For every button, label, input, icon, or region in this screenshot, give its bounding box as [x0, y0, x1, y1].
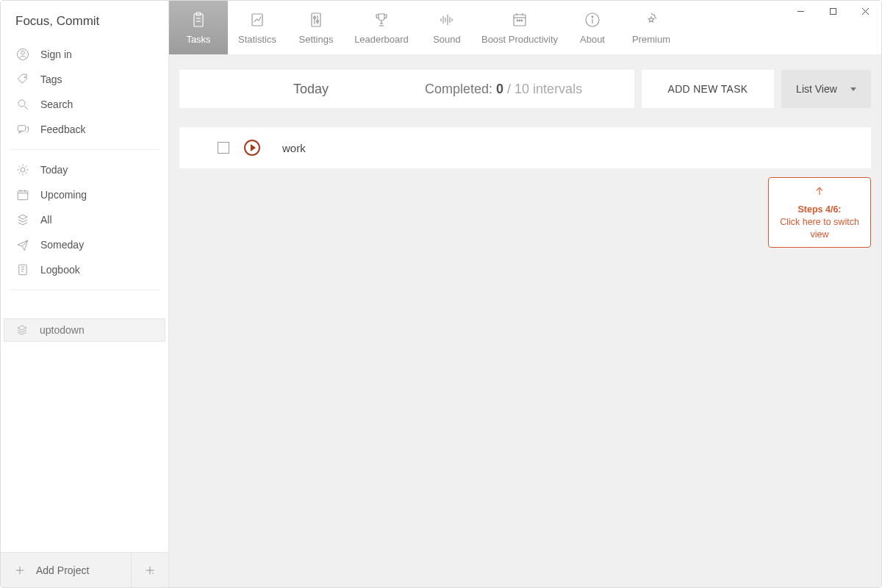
tab-label: Tasks [186, 34, 210, 45]
sidebar-item-label: Logbook [40, 264, 80, 276]
sidebar-item-upcoming[interactable]: Upcoming [1, 182, 168, 207]
sidebar-item-label: Someday [40, 239, 84, 251]
sidebar-item-signin[interactable]: Sign in [1, 42, 168, 67]
divider [10, 149, 159, 150]
sidebar-footer: Add Project [1, 552, 168, 587]
info-icon [584, 10, 601, 29]
svg-point-53 [519, 20, 520, 21]
sidebar-item-logbook[interactable]: Logbook [1, 257, 168, 282]
tab-settings[interactable]: Settings [287, 1, 345, 54]
tab-label: Settings [299, 34, 334, 45]
task-play-button[interactable] [244, 140, 260, 156]
content: Today Completed: 0 / 10 intervals ADD NE… [169, 55, 881, 587]
svg-point-6 [21, 168, 25, 172]
svg-point-1 [21, 51, 25, 54]
tab-about[interactable]: About [563, 1, 622, 54]
feedback-icon [15, 122, 30, 137]
svg-point-54 [521, 20, 523, 21]
tooltip-step: Steps 4/6: [797, 204, 841, 215]
tab-label: Leaderboard [354, 34, 409, 45]
minimize-button[interactable] [784, 1, 817, 21]
tab-statistics[interactable]: Statistics [228, 1, 287, 54]
svg-point-2 [24, 76, 26, 78]
tab-tasks[interactable]: Tasks [169, 1, 228, 54]
sidebar-item-feedback[interactable]: Feedback [1, 117, 168, 142]
tab-premium[interactable]: Premium [622, 1, 681, 54]
sidebar-item-today[interactable]: Today [1, 157, 168, 182]
sidebar-item-someday[interactable]: Someday [1, 232, 168, 257]
svg-rect-34 [312, 13, 320, 26]
tab-label: Sound [433, 34, 461, 45]
main-area: Tasks Statistics Settings Leaderboard So… [169, 1, 881, 587]
paperplane-icon [15, 237, 30, 252]
sidebar-item-label: Feedback [40, 123, 85, 135]
svg-rect-15 [18, 191, 28, 200]
today-label: Today [197, 82, 425, 97]
svg-line-4 [24, 106, 28, 110]
svg-rect-59 [830, 8, 836, 14]
arrow-up-icon [772, 185, 867, 201]
completed-value: 0 [496, 82, 503, 96]
tab-label: Statistics [238, 34, 276, 45]
completed-label: Completed: 0 / 10 intervals [425, 82, 582, 97]
svg-line-12 [26, 173, 27, 174]
svg-rect-20 [19, 265, 27, 275]
add-task-button[interactable]: ADD NEW TASK [642, 70, 774, 108]
view-dropdown[interactable]: List View [781, 70, 871, 108]
project-name: uptodown [40, 324, 85, 336]
add-project-label: Add Project [36, 564, 89, 576]
layers-icon [15, 323, 29, 337]
task-title: work [282, 142, 306, 154]
calendar-icon [15, 187, 30, 202]
sidebar-item-label: Upcoming [40, 189, 87, 201]
sidebar-item-all[interactable]: All [1, 207, 168, 232]
task-row[interactable]: work [179, 127, 871, 168]
clipboard-icon [190, 10, 207, 29]
tab-sound[interactable]: Sound [417, 1, 476, 54]
divider [10, 290, 159, 290]
tab-leaderboard[interactable]: Leaderboard [345, 1, 417, 54]
logbook-icon [15, 262, 30, 277]
app-title: Focus, Commit [1, 1, 168, 42]
svg-point-28 [152, 573, 153, 573]
svg-rect-5 [18, 126, 26, 132]
sound-icon [438, 10, 456, 29]
project-item[interactable]: uptodown [4, 318, 165, 342]
tab-label: Boost Productivity [481, 34, 558, 45]
svg-point-57 [592, 16, 593, 18]
tooltip-text: Click here to switch view [780, 217, 859, 240]
search-icon [15, 97, 30, 112]
sidebar: Focus, Commit Sign in Tags Search Feedba… [1, 1, 169, 587]
sidebar-item-search[interactable]: Search [1, 92, 168, 117]
calendar-productivity-icon [511, 10, 528, 29]
sidebar-item-tags[interactable]: Tags [1, 67, 168, 92]
user-icon [15, 47, 30, 62]
tab-label: Premium [632, 34, 670, 45]
quick-add-button[interactable] [132, 553, 168, 587]
completed-prefix: Completed: [425, 82, 496, 96]
sidebar-item-label: Tags [40, 74, 62, 85]
task-checkbox[interactable] [218, 142, 229, 154]
tab-boost[interactable]: Boost Productivity [476, 1, 563, 54]
add-task-label: ADD NEW TASK [668, 83, 748, 95]
close-button[interactable] [849, 1, 881, 21]
maximize-button[interactable] [817, 1, 849, 21]
completed-suffix: / 10 intervals [503, 82, 582, 96]
window-controls [784, 1, 881, 21]
onboarding-tooltip[interactable]: Steps 4/6: Click here to switch view [768, 177, 871, 248]
summary-box: Today Completed: 0 / 10 intervals [179, 70, 634, 108]
svg-point-3 [18, 100, 25, 107]
sliders-icon [307, 10, 325, 29]
svg-line-13 [26, 166, 27, 168]
summary-row: Today Completed: 0 / 10 intervals ADD NE… [179, 70, 871, 108]
sidebar-item-label: All [40, 214, 52, 226]
play-icon [251, 144, 256, 151]
add-project-button[interactable]: Add Project [1, 553, 132, 587]
chevron-down-icon [850, 87, 856, 91]
trophy-icon [373, 10, 390, 29]
svg-point-52 [517, 20, 518, 21]
star-badge-icon [642, 10, 660, 29]
svg-line-14 [19, 173, 21, 174]
sidebar-item-label: Search [40, 98, 73, 110]
sidebar-item-label: Today [40, 164, 68, 176]
